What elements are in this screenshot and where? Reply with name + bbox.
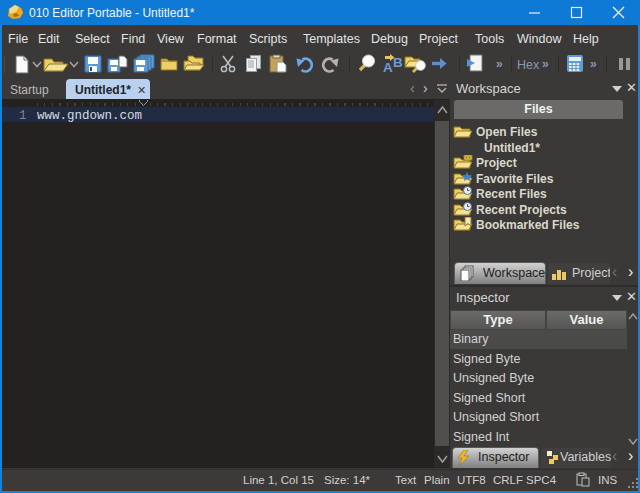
- svg-text:B: B: [393, 55, 403, 70]
- svg-text:A: A: [383, 60, 393, 73]
